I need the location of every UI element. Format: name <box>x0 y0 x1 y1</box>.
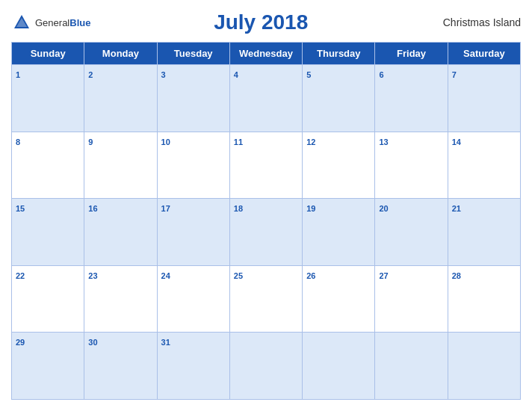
calendar-cell <box>448 333 520 400</box>
calendar-cell: 4 <box>229 65 302 132</box>
day-number: 30 <box>88 338 97 347</box>
day-number: 12 <box>306 137 315 146</box>
calendar-cell: 3 <box>157 65 229 132</box>
day-number: 16 <box>88 204 97 213</box>
calendar-cell: 8 <box>12 132 84 199</box>
calendar-cell <box>375 333 448 400</box>
day-number: 11 <box>234 137 243 146</box>
calendar-cell: 30 <box>84 333 157 400</box>
day-number: 29 <box>16 338 25 347</box>
calendar-cell: 9 <box>84 132 157 199</box>
calendar-cell: 18 <box>229 199 302 266</box>
calendar-cell: 29 <box>12 333 84 400</box>
day-number: 13 <box>379 137 388 146</box>
day-number: 10 <box>161 137 170 146</box>
day-number: 7 <box>452 70 457 79</box>
calendar-cell: 6 <box>375 65 448 132</box>
day-number: 8 <box>16 137 20 146</box>
calendar-cell: 21 <box>448 199 520 266</box>
calendar-cell <box>229 333 302 400</box>
day-number: 17 <box>161 204 170 213</box>
weekday-thursday: Thursday <box>303 43 375 65</box>
calendar-cell: 20 <box>375 199 448 266</box>
weekday-tuesday: Tuesday <box>157 43 229 65</box>
calendar-cell: 12 <box>303 132 375 199</box>
calendar-week-1: 1234567 <box>12 65 521 132</box>
calendar-cell: 23 <box>84 265 157 333</box>
calendar-cell: 14 <box>448 132 520 199</box>
calendar-cell: 1 <box>12 65 84 132</box>
day-number: 19 <box>306 204 315 213</box>
calendar-body: 1234567891011121314151617181920212223242… <box>12 65 521 400</box>
calendar-cell: 28 <box>448 265 520 333</box>
day-number: 14 <box>452 137 461 146</box>
day-number: 25 <box>234 271 243 280</box>
calendar-week-4: 22232425262728 <box>12 265 521 333</box>
day-number: 1 <box>16 70 20 79</box>
day-number: 4 <box>234 70 238 79</box>
day-number: 15 <box>16 204 25 213</box>
calendar-cell: 26 <box>303 265 375 333</box>
calendar-week-5: 293031 <box>12 333 521 400</box>
calendar-cell: 7 <box>448 65 520 132</box>
day-number: 2 <box>88 70 93 79</box>
calendar-cell: 10 <box>157 132 229 199</box>
day-number: 21 <box>452 204 461 213</box>
weekday-wednesday: Wednesday <box>229 43 302 65</box>
calendar-cell: 11 <box>229 132 302 199</box>
logo-text: GeneralBlue <box>35 16 90 29</box>
calendar-cell: 17 <box>157 199 229 266</box>
day-number: 6 <box>379 70 383 79</box>
day-number: 5 <box>306 70 311 79</box>
calendar-title: July 2018 <box>90 10 431 34</box>
day-number: 3 <box>161 70 166 79</box>
calendar-cell <box>303 333 375 400</box>
weekday-sunday: Sunday <box>12 43 84 65</box>
calendar-cell: 5 <box>303 65 375 132</box>
day-number: 26 <box>306 271 315 280</box>
calendar-cell: 2 <box>84 65 157 132</box>
day-number: 20 <box>379 204 388 213</box>
calendar-cell: 13 <box>375 132 448 199</box>
day-number: 31 <box>161 338 170 347</box>
weekday-header-row: SundayMondayTuesdayWednesdayThursdayFrid… <box>12 43 521 65</box>
calendar-cell: 22 <box>12 265 84 333</box>
calendar-cell: 16 <box>84 199 157 266</box>
calendar-subtitle: Christmas Island <box>431 16 521 28</box>
logo-blue: Blue <box>69 17 90 28</box>
logo: GeneralBlue <box>11 12 90 33</box>
calendar-cell: 24 <box>157 265 229 333</box>
day-number: 23 <box>88 271 97 280</box>
calendar-cell: 15 <box>12 199 84 266</box>
calendar-cell: 25 <box>229 265 302 333</box>
calendar-header-row: SundayMondayTuesdayWednesdayThursdayFrid… <box>12 43 521 65</box>
weekday-saturday: Saturday <box>448 43 520 65</box>
calendar-week-3: 15161718192021 <box>12 199 521 266</box>
calendar-table: SundayMondayTuesdayWednesdayThursdayFrid… <box>11 42 521 400</box>
day-number: 27 <box>379 271 388 280</box>
day-number: 18 <box>234 204 243 213</box>
day-number: 22 <box>16 271 25 280</box>
calendar-cell: 31 <box>157 333 229 400</box>
calendar-week-2: 891011121314 <box>12 132 521 199</box>
calendar-header: GeneralBlue July 2018 Christmas Island <box>11 7 521 37</box>
weekday-friday: Friday <box>375 43 448 65</box>
day-number: 28 <box>452 271 461 280</box>
day-number: 9 <box>88 137 93 146</box>
logo-general: General <box>35 17 69 28</box>
logo-icon <box>11 12 32 33</box>
calendar-cell: 19 <box>303 199 375 266</box>
calendar-cell: 27 <box>375 265 448 333</box>
day-number: 24 <box>161 271 170 280</box>
weekday-monday: Monday <box>84 43 157 65</box>
